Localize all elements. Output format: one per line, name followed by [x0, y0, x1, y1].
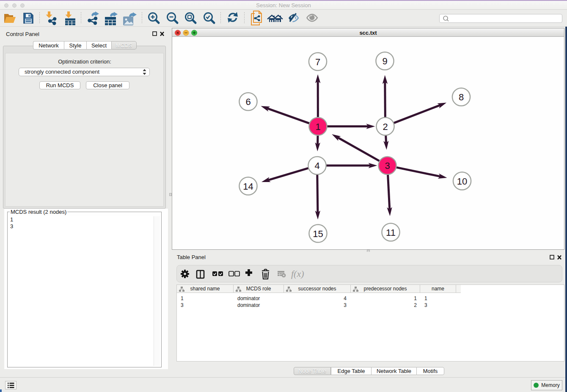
svg-text:6: 6 — [245, 97, 250, 107]
svg-text:4: 4 — [314, 160, 319, 171]
svg-text:15: 15 — [313, 229, 323, 239]
svg-text:1: 1 — [315, 121, 320, 132]
svg-text:2: 2 — [383, 121, 388, 132]
svg-text:9: 9 — [382, 56, 387, 66]
svg-text:14: 14 — [243, 181, 253, 192]
svg-text:8: 8 — [459, 92, 464, 102]
svg-text:f(x): f(x) — [291, 268, 304, 279]
svg-text:7: 7 — [315, 57, 320, 67]
svg-text:3: 3 — [385, 160, 390, 171]
svg-text:10: 10 — [457, 176, 467, 187]
svg-text:11: 11 — [386, 227, 396, 238]
